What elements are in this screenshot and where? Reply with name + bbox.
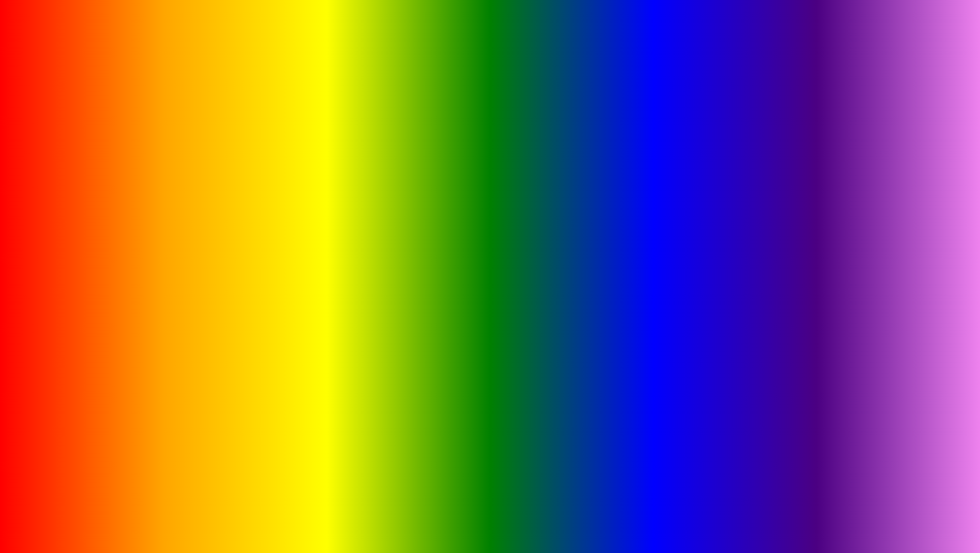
- divider-right-2: [585, 233, 750, 234]
- sidebar-right-players-esp[interactable]: Players - ESP: [512, 252, 577, 267]
- scroll-indicator-left: [465, 213, 467, 244]
- panel-right-body: Main Raids Misc Fruits Shop Teleport Pla…: [512, 160, 758, 316]
- autofarm-toggle[interactable]: [456, 167, 461, 172]
- bottom-script: SCRIPT: [447, 477, 651, 533]
- panel-left-sidebar: Main Raids Misc Fruits Shop Teleport Pla…: [222, 160, 288, 316]
- divider-right-1: [585, 193, 750, 194]
- panel-left: SKYAS HUB Blox Fruits Main Raids Misc Fr…: [221, 132, 470, 325]
- panel-left-title: SKYAS HUB: [231, 140, 460, 150]
- bottom-update: UPDATE: [40, 477, 265, 533]
- bottom-pastebin: PASTEBIN: [662, 477, 940, 533]
- autofarm-selected-label: Autofarm Selected Quest: [296, 224, 456, 231]
- autofarm-selected-toggle[interactable]: [456, 225, 461, 230]
- autofarm-enemy-label: Autofarm Selected Enemy: [585, 219, 745, 226]
- autofarm-selected-row: Autofarm Selected Quest: [296, 224, 461, 231]
- candy-farm-right-toggle[interactable]: [745, 180, 750, 185]
- candy-farm-row: Candy Farm: [296, 278, 461, 285]
- refresh-quests-label: Refresh Quests: [296, 239, 461, 247]
- super-attack-toggle[interactable]: [745, 255, 750, 260]
- bring-mobs-label: Bring Mobs: [585, 241, 745, 249]
- sidebar-item-shop[interactable]: Shop: [222, 223, 288, 237]
- sidebar-item-teleport[interactable]: Teleport: [222, 237, 288, 252]
- multi-quest-toggle[interactable]: [456, 266, 461, 271]
- panel-left-header: SKYAS HUB Blox Fruits: [222, 133, 468, 160]
- panel-left-subtitle: Blox Fruits: [231, 150, 460, 157]
- autofarm-enemy-row: Autofarm Selected Enemy: [585, 219, 750, 226]
- bottom-xmas: XMAS: [275, 477, 437, 533]
- refresh-quests-row[interactable]: Refresh Quests: [296, 236, 461, 250]
- divider-1: [296, 181, 461, 181]
- sidebar-item-misc[interactable]: Misc: [222, 193, 288, 208]
- select-quest-label: Select Quest -: [296, 189, 455, 196]
- select-enemy-label: Select Enemy -: [585, 201, 744, 209]
- sidebar-right-points[interactable]: Points: [512, 267, 577, 282]
- select-quest-arrow: ⌄: [455, 188, 461, 196]
- sidebar-item-raids[interactable]: Raids: [222, 179, 288, 193]
- auto-haki-row: Auto Haki: [585, 266, 750, 274]
- panel-right-content: Multi Quest Candy Farm Select Enemy - ⌄ …: [578, 160, 758, 316]
- multi-quest-row: Multi Quest: [296, 265, 461, 272]
- main-title: BLOX FRUITS: [0, 15, 980, 107]
- sidebar-item-fruits[interactable]: Fruits: [222, 208, 288, 223]
- bottom-title: UPDATE XMAS SCRIPT PASTEBIN: [0, 477, 980, 533]
- sidebar-item-credits[interactable]: Credits: [222, 282, 288, 296]
- sidebar-right-raids[interactable]: Raids: [512, 179, 577, 193]
- auto-haki-toggle[interactable]: [745, 268, 750, 273]
- select-quest-enemy-row[interactable]: Select Quest Enemy - ⌄: [296, 206, 461, 219]
- candy-best-text: BEST CANDY: [706, 124, 778, 136]
- select-quest-row[interactable]: Select Quest - ⌄: [296, 188, 461, 201]
- select-quest-enemy-arrow: ⌄: [455, 206, 461, 214]
- candy-farm-right-row: Candy Farm: [585, 179, 750, 186]
- candy-farm-toggle[interactable]: [456, 279, 461, 284]
- panels-container: SKYAS HUB Blox Fruits Main Raids Misc Fr…: [0, 132, 980, 325]
- autofarm-label: AutoFarm: [296, 166, 456, 174]
- title-blox: BLOX: [205, 15, 448, 107]
- candy-farm-right-label: Candy Farm: [585, 179, 745, 186]
- panel-right-sidebar: Main Raids Misc Fruits Shop Teleport Pla…: [512, 160, 578, 316]
- candy-farm-label: Candy Farm: [296, 278, 456, 285]
- autofarm-enemy-toggle[interactable]: [745, 220, 750, 225]
- sidebar-right-fruits[interactable]: Fruits: [512, 208, 577, 223]
- sidebar-item-players-esp[interactable]: Players - ESP: [222, 252, 288, 267]
- select-enemy-arrow: ⌄: [744, 201, 750, 209]
- bring-mobs-toggle[interactable]: [745, 243, 750, 248]
- multi-quest-label: Multi Quest: [296, 265, 456, 272]
- panel-left-body: Main Raids Misc Fruits Shop Teleport Pla…: [222, 160, 468, 316]
- auto-haki-label: Auto Haki: [585, 266, 745, 274]
- sidebar-item-main[interactable]: Main: [224, 164, 286, 179]
- super-attack-row: Super Attack: [585, 254, 750, 261]
- panel-left-content: AutoFarm Select Quest - ⌄ Select Quest E…: [288, 160, 468, 316]
- sidebar-right-shop[interactable]: Shop: [512, 223, 577, 237]
- candy-badge: BEST CANDY FARM Refresh Quests: [696, 118, 788, 169]
- title-fruits: FRUITS: [461, 15, 775, 107]
- autofarm-row: AutoFarm: [296, 166, 461, 174]
- sidebar-menu-icon[interactable]: ☷: [222, 296, 288, 312]
- divider-2: [296, 257, 461, 258]
- sidebar-right-menu-icon[interactable]: ☷: [512, 296, 577, 312]
- candy-refresh-label: Refresh Quests: [706, 157, 778, 163]
- super-attack-label: Super Attack: [585, 254, 745, 261]
- panel-right: BEST CANDY FARM Refresh Quests SKYAS HUB…: [510, 132, 759, 325]
- sidebar-right-main[interactable]: Main: [514, 164, 575, 179]
- bring-mobs-row: Bring Mobs: [585, 241, 750, 249]
- sidebar-right-credits[interactable]: Credits: [512, 282, 577, 296]
- candy-farm-badge-text: FARM: [706, 136, 778, 156]
- sidebar-item-points[interactable]: Points: [222, 267, 288, 282]
- scroll-indicator-right: [755, 213, 757, 244]
- sidebar-right-teleport[interactable]: Teleport: [512, 237, 577, 252]
- select-quest-enemy-label: Select Quest Enemy -: [296, 206, 455, 214]
- select-enemy-row[interactable]: Select Enemy - ⌄: [585, 201, 750, 214]
- sidebar-right-misc[interactable]: Misc: [512, 193, 577, 208]
